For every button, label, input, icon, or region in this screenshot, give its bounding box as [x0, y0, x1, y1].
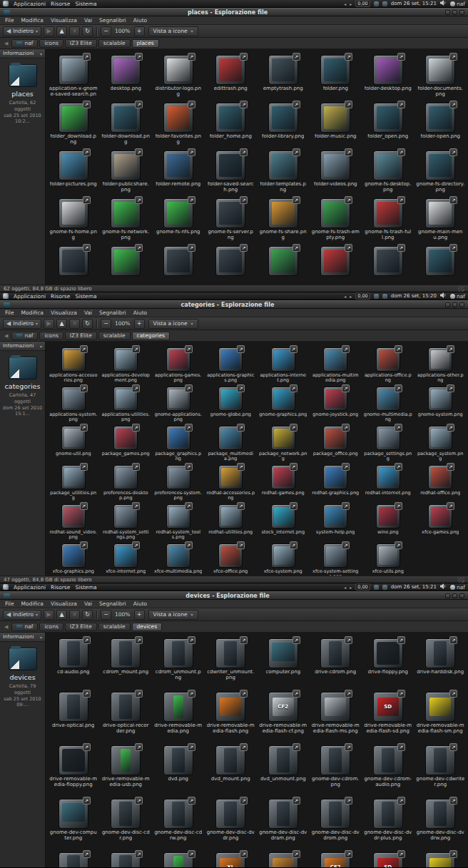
pager-left-icon[interactable]: ◂: [344, 585, 346, 590]
file-item[interactable]: ↗ gnome-fs-desktop.png: [362, 148, 414, 196]
zoom-in-button[interactable]: +: [134, 319, 145, 329]
file-item[interactable]: ↗ gnome-fs-trash-full.png: [362, 196, 414, 244]
file-item[interactable]: ↗ cd-audio.png: [47, 636, 100, 690]
stop-button[interactable]: ×: [69, 26, 80, 36]
file-item[interactable]: ↗ emptytrash.png: [257, 53, 310, 101]
resize-grip[interactable]: [458, 286, 464, 292]
breadcrumb-naf[interactable]: naf: [11, 332, 38, 340]
menu-visualizza[interactable]: Visualizza: [48, 17, 80, 24]
file-item[interactable]: ↗ folder-pictures.png: [47, 148, 100, 196]
reload-button[interactable]: ↻: [82, 319, 93, 329]
view-selector[interactable]: Vista a icone ▾: [148, 319, 198, 329]
side-pane-selector[interactable]: Informazioni ▾: [0, 49, 45, 58]
tray-icon[interactable]: [374, 1, 379, 6]
file-item[interactable]: ↗ drive-floppy.png: [362, 636, 414, 690]
file-item[interactable]: CF2 ↗: [310, 850, 362, 867]
file-item[interactable]: ↗ redhat-games.png: [257, 463, 310, 502]
maximize-button[interactable]: [452, 10, 457, 15]
file-item[interactable]: ↗ folder-download.png: [100, 101, 153, 148]
volume-icon[interactable]: [440, 0, 447, 7]
file-item[interactable]: ↗ applications-games.png: [152, 345, 205, 384]
menu-vai[interactable]: Vai: [81, 17, 95, 24]
file-item[interactable]: ↗ redhat-internet.png: [362, 463, 414, 502]
menu-file[interactable]: File: [2, 310, 17, 316]
window-menu-icon[interactable]: [4, 593, 10, 598]
zoom-level[interactable]: 100%: [113, 320, 131, 327]
file-item[interactable]: ↗ drive-removable-media-flash-sm.png: [414, 690, 467, 743]
file-item[interactable]: ↗ xfce-graphics.png: [47, 541, 100, 576]
zoom-out-button[interactable]: −: [101, 26, 111, 36]
file-item[interactable]: ↗ gnome-dev-cdrom.png: [310, 743, 362, 797]
breadcrumb-naf[interactable]: naf: [11, 39, 38, 48]
reload-button[interactable]: ↻: [82, 26, 93, 36]
file-item[interactable]: ↗ drive-harddisk.png: [414, 636, 467, 690]
file-item[interactable]: ↗ gnome-dev-disc-cdr.png: [100, 797, 153, 850]
window-menu-icon[interactable]: [4, 302, 10, 307]
file-item[interactable]: ↗ drive-cdrom.png: [310, 636, 362, 690]
file-item[interactable]: ↗ gnome-joystick.png: [310, 384, 362, 424]
file-item[interactable]: ↗ gnome-globe.png: [205, 384, 258, 424]
clock-applet[interactable]: dom 26 set, 15:21: [391, 1, 437, 6]
file-item[interactable]: ↗: [100, 850, 153, 867]
file-item[interactable]: ↗ drive-removable-media-floppy.png: [47, 743, 100, 797]
forward-button[interactable]: ▶: [44, 26, 54, 36]
file-item[interactable]: ↗ redhat-office.png: [414, 463, 467, 502]
menu-file[interactable]: File: [2, 17, 17, 24]
file-item[interactable]: ↗ folder_home.png: [205, 101, 258, 148]
zoom-out-button[interactable]: −: [101, 610, 111, 620]
file-item[interactable]: ↗: [47, 850, 100, 867]
file-item[interactable]: ↗: [152, 850, 205, 867]
menu-vai[interactable]: Vai: [81, 601, 95, 607]
file-item[interactable]: ↗ folder-library.png: [257, 101, 310, 148]
maximize-button[interactable]: [452, 593, 457, 598]
file-item[interactable]: ↗ gnome-main-menu.png: [414, 196, 467, 244]
path-scroll-left-button[interactable]: ◀: [3, 333, 9, 339]
file-item[interactable]: ↗ folder-favorites.png: [152, 101, 205, 148]
breadcrumb-scalable[interactable]: scalable: [98, 39, 131, 48]
file-item[interactable]: ↗ redhat-system_settings.png: [100, 502, 153, 541]
pager-right-icon[interactable]: ▸: [350, 1, 352, 6]
path-scroll-left-button[interactable]: ◀: [3, 41, 9, 46]
file-item[interactable]: ↗ applications-graphics.png: [205, 345, 258, 384]
file-item[interactable]: ↗ applications-accessories.png: [47, 345, 100, 384]
panel-menu-risorse[interactable]: Risorse: [51, 293, 70, 300]
menu-aiuto[interactable]: Aiuto: [131, 17, 151, 24]
file-item[interactable]: ↗ folder-templates.png: [257, 148, 310, 196]
zoom-level[interactable]: 100%: [113, 28, 131, 34]
tray-icon[interactable]: [382, 1, 387, 6]
file-item[interactable]: ↗ gnome-graphics.png: [257, 384, 310, 424]
file-item[interactable]: ↗ applications-utilities.png: [100, 384, 153, 424]
zoom-level[interactable]: 100%: [113, 611, 131, 618]
file-item[interactable]: ↗ drive-removable-media-flash-ms.png: [310, 690, 362, 743]
file-item[interactable]: ↗ cdrom_unmount.png: [152, 636, 205, 690]
volume-icon[interactable]: [440, 583, 447, 591]
back-button[interactable]: ◀ Indietro ▾: [3, 610, 41, 620]
panel-menu-risorse[interactable]: Risorse: [51, 1, 70, 7]
file-item[interactable]: ↗ folder-remote.png: [152, 148, 205, 196]
up-button[interactable]: ▲: [56, 319, 67, 329]
tray-icon[interactable]: [374, 585, 379, 590]
breadcrumb-iz3-elite[interactable]: IZ3 Elite: [65, 623, 97, 631]
file-item[interactable]: ↗ folder_open.png: [362, 101, 414, 148]
breadcrumb-scalable[interactable]: scalable: [98, 623, 131, 631]
file-item[interactable]: ↗ package_utilities.png: [47, 463, 100, 502]
close-button[interactable]: [459, 302, 464, 307]
up-button[interactable]: ▲: [56, 26, 67, 36]
file-item[interactable]: ↗ gnome-dev-disc-dvdr-plus.png: [362, 797, 414, 850]
file-item[interactable]: ↗ system-help.png: [310, 502, 362, 541]
pager-left-icon[interactable]: ◂: [344, 294, 346, 299]
file-item[interactable]: ↗ folder-music.png: [310, 101, 362, 148]
file-item[interactable]: ↗ application-x-gnome-saved-search.png: [47, 53, 100, 101]
menu-visualizza[interactable]: Visualizza: [48, 310, 80, 316]
user-switcher-applet[interactable]: naf: [450, 293, 465, 300]
close-button[interactable]: [459, 10, 464, 15]
breadcrumb-places[interactable]: places: [132, 39, 159, 48]
file-item[interactable]: ↗ package_graphics.png: [152, 424, 205, 463]
menu-segnalibri[interactable]: Segnalibri: [96, 17, 129, 24]
file-item[interactable]: ↗ xfce-multimedia.png: [152, 541, 205, 576]
file-item[interactable]: ↗ gnome-applications.png: [152, 384, 205, 424]
file-item[interactable]: ↗ folder_download.png: [47, 101, 100, 148]
file-item[interactable]: ↗ cdrom_mount.png: [100, 636, 153, 690]
minimize-button[interactable]: [445, 10, 450, 15]
file-item[interactable]: ↗ folder.png: [310, 53, 362, 101]
